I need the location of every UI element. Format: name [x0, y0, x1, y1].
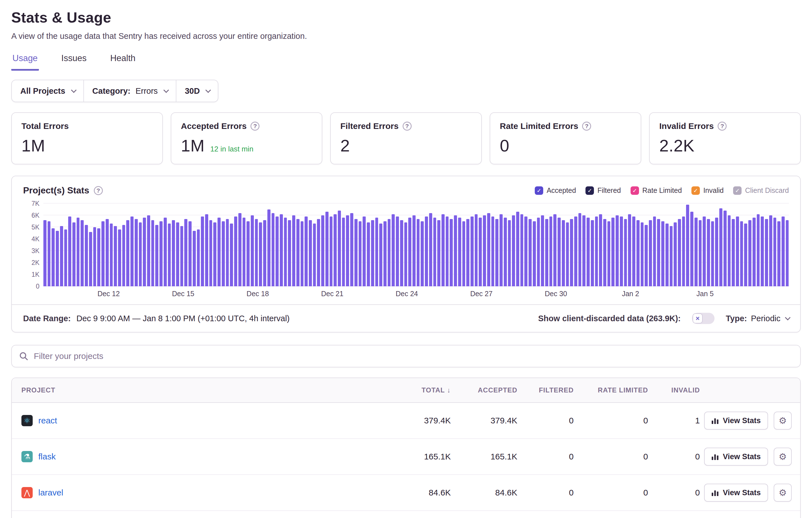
project-link[interactable]: flask: [38, 452, 56, 461]
help-icon[interactable]: ?: [403, 122, 412, 131]
chart-bar: [475, 214, 478, 286]
column-header-filtered[interactable]: Filtered: [517, 386, 574, 394]
search-input[interactable]: [34, 351, 793, 361]
chart-bar: [470, 216, 474, 286]
stat-card-title: Filtered Errors?: [340, 121, 472, 131]
rate-limited-cell: 0: [574, 488, 648, 497]
chart-bar: [48, 221, 51, 286]
tab-issues[interactable]: Issues: [60, 51, 88, 71]
chart-bar: [715, 218, 718, 286]
client-discard-toggle[interactable]: ×: [692, 313, 715, 324]
chart-bars: [44, 204, 789, 286]
help-icon[interactable]: ?: [94, 186, 103, 195]
legend-accepted[interactable]: ✓Accepted: [535, 186, 576, 195]
project-link[interactable]: laravel: [38, 488, 63, 497]
project-filter-dropdown[interactable]: All Projects: [12, 80, 84, 102]
chart-bar: [599, 214, 602, 286]
chart-bar: [524, 216, 527, 286]
chart-bar: [412, 215, 415, 286]
chart-bar: [334, 214, 337, 286]
chart-bar: [774, 218, 777, 286]
chart-bar: [649, 220, 652, 286]
chart-bar: [209, 220, 212, 286]
chart-bar: [230, 223, 233, 286]
chart-bar: [777, 221, 780, 286]
stat-card-subtext: 12 in last min: [210, 145, 253, 153]
chevron-down-icon: [205, 87, 211, 93]
table-body: ⚛react379.4K379.4K001View Stats⚙⚗flask16…: [12, 403, 800, 518]
chart-bar: [653, 216, 656, 286]
tab-usage[interactable]: Usage: [11, 51, 39, 71]
search-icon: [19, 352, 28, 361]
tab-health[interactable]: Health: [109, 51, 137, 71]
chart-bar: [68, 216, 71, 286]
y-axis-label: 1K: [32, 271, 39, 278]
chart-footer: Date Range: Dec 9 9:00 AM — Jan 8 1:00 P…: [12, 304, 800, 332]
period-filter-dropdown[interactable]: 30D: [176, 80, 218, 102]
chart-title-row: Project(s) Stats ?: [23, 185, 103, 196]
chart-bar: [151, 220, 154, 286]
checkbox-icon: ✓: [535, 186, 543, 195]
chart-bar: [570, 219, 573, 286]
gear-icon[interactable]: ⚙: [774, 484, 792, 502]
chart-bar: [89, 232, 92, 286]
x-axis-label: Dec 18: [246, 290, 269, 298]
chart-bar: [321, 215, 324, 286]
chart-bar: [222, 221, 225, 286]
chart-bar: [558, 218, 561, 286]
legend-filtered[interactable]: ✓Filtered: [585, 186, 621, 195]
chart-bar: [437, 220, 440, 286]
chart-bar: [201, 216, 204, 286]
stat-card-label: Filtered Errors: [340, 121, 399, 131]
x-axis-label: Jan 2: [622, 290, 639, 298]
legend-client-discard[interactable]: ✓Client Discard: [733, 186, 789, 195]
stat-card-value-row: 1M12 in last min: [181, 136, 312, 155]
chevron-down-icon: [71, 87, 76, 93]
chart-bar: [454, 215, 457, 286]
gear-icon[interactable]: ⚙: [774, 412, 792, 430]
help-icon[interactable]: ?: [251, 122, 260, 131]
chart-bar: [60, 226, 63, 286]
view-stats-button[interactable]: View Stats: [704, 448, 768, 466]
chart-bar: [168, 223, 171, 286]
chart-bar: [350, 213, 353, 286]
project-link[interactable]: react: [38, 416, 57, 425]
gear-icon[interactable]: ⚙: [774, 448, 792, 466]
stat-card-value-row: 0: [500, 136, 631, 155]
table-row: 33.3K33.3K000View Stats⚙: [12, 511, 800, 518]
chart-bar: [566, 222, 569, 286]
view-stats-button[interactable]: View Stats: [704, 484, 768, 502]
legend-invalid[interactable]: ✓Invalid: [691, 186, 724, 195]
chart-bar: [160, 221, 163, 286]
column-header-invalid[interactable]: Invalid: [648, 386, 700, 394]
total-cell: 165.1K: [389, 452, 451, 461]
toggle-knob-x-icon: ×: [693, 313, 703, 324]
type-label: Type:: [726, 314, 747, 323]
column-header-accepted[interactable]: Accepted: [451, 386, 517, 394]
legend-label: Rate Limited: [642, 186, 682, 194]
chevron-down-icon: [785, 315, 790, 321]
chart-bar: [354, 219, 357, 286]
stat-card-value-row: 2: [340, 136, 472, 155]
chart-bar: [288, 220, 291, 286]
chart-bar: [301, 221, 304, 286]
stat-card-value: 2.2K: [659, 136, 695, 155]
help-icon[interactable]: ?: [582, 122, 591, 131]
chart-bar: [139, 222, 142, 286]
projects-table: ProjectTotal↓AcceptedFilteredRate Limite…: [11, 377, 801, 518]
chart-bar: [267, 209, 270, 286]
help-icon[interactable]: ?: [718, 122, 727, 131]
type-dropdown[interactable]: Type: Periodic: [726, 314, 789, 323]
legend-rate-limited[interactable]: ✓Rate Limited: [631, 186, 682, 195]
chart-bar: [504, 218, 507, 286]
view-stats-button[interactable]: View Stats: [704, 412, 768, 430]
chart-bar: [661, 221, 664, 286]
chart-bar: [251, 215, 254, 286]
chart-bar: [362, 216, 366, 286]
category-filter-dropdown[interactable]: Category: Errors: [84, 80, 176, 102]
chart-bar: [753, 218, 756, 286]
x-axis-label: Dec 12: [97, 290, 120, 298]
column-header-rate-limited[interactable]: Rate Limited: [574, 386, 648, 394]
column-header-total[interactable]: Total↓: [389, 386, 451, 394]
column-header-project[interactable]: Project: [12, 386, 389, 394]
